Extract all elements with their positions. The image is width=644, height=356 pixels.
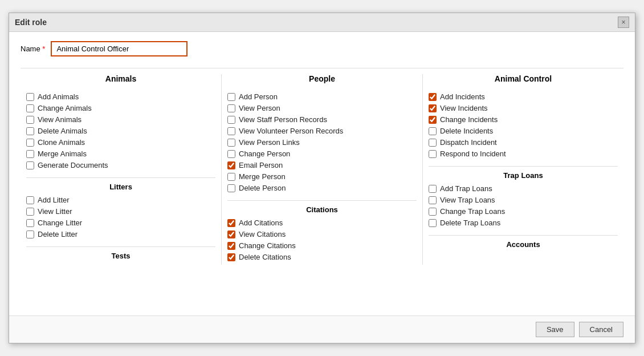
required-star: * bbox=[42, 44, 45, 53]
checkbox-label: View Incidents bbox=[440, 104, 488, 112]
checkbox-item: View Incidents bbox=[429, 104, 618, 112]
checkbox-animal-control-0-2[interactable] bbox=[429, 116, 437, 124]
checkbox-people-0-4[interactable] bbox=[227, 139, 235, 147]
checkbox-label: View Person Links bbox=[239, 138, 300, 147]
checkbox-animals-0-0[interactable] bbox=[26, 93, 34, 101]
checkbox-people-0-0[interactable] bbox=[227, 93, 235, 101]
checkbox-label: Clone Animals bbox=[38, 138, 85, 147]
checkbox-animals-1-2[interactable] bbox=[26, 219, 34, 227]
checkbox-item: Delete Person bbox=[227, 184, 417, 192]
column-animal-control: Animal ControlAdd IncidentsView Incident… bbox=[423, 74, 623, 265]
checkbox-item: Change Trap Loans bbox=[429, 207, 618, 216]
dialog-footer: Save Cancel bbox=[9, 315, 635, 343]
checkbox-item: View Staff Person Records bbox=[227, 115, 417, 124]
checkbox-item: View Litter bbox=[26, 207, 215, 216]
checkbox-animals-0-6[interactable] bbox=[26, 161, 34, 169]
checkbox-label: View Animals bbox=[38, 115, 81, 124]
checkbox-item: Add Incidents bbox=[429, 92, 618, 101]
checkbox-label: Add Litter bbox=[38, 196, 70, 204]
checkbox-item: Generate Documents bbox=[26, 161, 215, 169]
checkbox-item: Add Person bbox=[227, 92, 417, 101]
checkbox-animal-control-0-0[interactable] bbox=[429, 93, 437, 101]
checkbox-people-1-1[interactable] bbox=[227, 230, 235, 238]
checkbox-item: Delete Trap Loans bbox=[429, 219, 618, 227]
checkbox-label: Change Incidents bbox=[440, 115, 498, 124]
checkbox-animal-control-0-5[interactable] bbox=[429, 150, 437, 158]
checkbox-animal-control-0-1[interactable] bbox=[429, 104, 437, 112]
section-header-people-1: Citations bbox=[227, 200, 417, 214]
checkbox-people-0-8[interactable] bbox=[227, 184, 235, 192]
checkbox-item: Delete Animals bbox=[26, 127, 215, 135]
checkbox-people-0-5[interactable] bbox=[227, 150, 235, 158]
checkbox-label: Change Citations bbox=[239, 241, 296, 250]
edit-role-dialog: Edit role × Name * AnimalsAdd AnimalsCha… bbox=[9, 13, 635, 343]
checkbox-people-1-2[interactable] bbox=[227, 242, 235, 250]
checkbox-people-0-2[interactable] bbox=[227, 116, 235, 124]
checkbox-animals-0-2[interactable] bbox=[26, 116, 34, 124]
checkbox-animals-1-3[interactable] bbox=[26, 230, 34, 238]
checkbox-item: View Citations bbox=[227, 230, 417, 238]
checkbox-label: Change Person bbox=[239, 149, 290, 158]
checkbox-label: Dispatch Incident bbox=[440, 138, 497, 147]
checkbox-animals-0-1[interactable] bbox=[26, 104, 34, 112]
cancel-button[interactable]: Cancel bbox=[579, 322, 623, 337]
checkbox-item: Delete Citations bbox=[227, 253, 417, 261]
checkbox-label: Generate Documents bbox=[38, 161, 108, 169]
checkbox-item: Clone Animals bbox=[26, 138, 215, 147]
checkbox-item: View Person bbox=[227, 104, 417, 112]
checkbox-animal-control-1-2[interactable] bbox=[429, 208, 437, 216]
column-header-people: People bbox=[227, 74, 417, 86]
checkbox-animal-control-1-0[interactable] bbox=[429, 185, 437, 193]
checkbox-animals-0-5[interactable] bbox=[26, 150, 34, 158]
checkbox-animal-control-0-4[interactable] bbox=[429, 139, 437, 147]
checkbox-animals-0-4[interactable] bbox=[26, 139, 34, 147]
checkbox-label: Change Litter bbox=[38, 219, 82, 227]
checkbox-animal-control-1-3[interactable] bbox=[429, 219, 437, 227]
checkbox-item: Add Litter bbox=[26, 196, 215, 204]
checkbox-animals-1-0[interactable] bbox=[26, 196, 34, 204]
checkbox-people-0-1[interactable] bbox=[227, 104, 235, 112]
checkbox-label: Add Citations bbox=[239, 219, 283, 227]
checkbox-label: Merge Animals bbox=[38, 149, 87, 158]
checkbox-animals-0-3[interactable] bbox=[26, 127, 34, 135]
checkbox-label: Delete Person bbox=[239, 184, 286, 192]
checkbox-animals-1-1[interactable] bbox=[26, 208, 34, 216]
column-people: PeopleAdd PersonView PersonView Staff Pe… bbox=[222, 74, 423, 265]
section-header-animals-1: Litters bbox=[26, 177, 215, 191]
checkbox-label: Delete Incidents bbox=[440, 127, 493, 135]
columns-row: AnimalsAdd AnimalsChange AnimalsView Ani… bbox=[21, 68, 623, 265]
dialog-title-bar: Edit role × bbox=[9, 13, 635, 32]
name-label: Name * bbox=[21, 44, 45, 53]
checkbox-label: View Volunteer Person Records bbox=[239, 127, 343, 135]
checkbox-item: View Trap Loans bbox=[429, 196, 618, 204]
column-animals: AnimalsAdd AnimalsChange AnimalsView Ani… bbox=[21, 74, 222, 265]
checkbox-people-0-6[interactable] bbox=[227, 161, 235, 169]
section-header-animals-2: Tests bbox=[26, 246, 215, 260]
checkbox-label: Add Person bbox=[239, 92, 278, 101]
save-button[interactable]: Save bbox=[536, 322, 574, 337]
checkbox-people-0-7[interactable] bbox=[227, 173, 235, 181]
checkbox-animal-control-0-3[interactable] bbox=[429, 127, 437, 135]
checkbox-label: View Citations bbox=[239, 230, 286, 238]
checkbox-item: Email Person bbox=[227, 161, 417, 169]
checkbox-label: Delete Animals bbox=[38, 127, 87, 135]
checkbox-item: Add Trap Loans bbox=[429, 184, 618, 193]
checkbox-item: Change Incidents bbox=[429, 115, 618, 124]
checkbox-label: View Person bbox=[239, 104, 280, 112]
checkbox-people-0-3[interactable] bbox=[227, 127, 235, 135]
checkbox-item: View Person Links bbox=[227, 138, 417, 147]
checkbox-item: Delete Litter bbox=[26, 230, 215, 238]
close-button[interactable]: × bbox=[618, 17, 629, 28]
dialog-title: Edit role bbox=[15, 18, 47, 27]
checkbox-item: Merge Person bbox=[227, 172, 417, 181]
checkbox-item: Change Person bbox=[227, 149, 417, 158]
checkbox-item: Change Animals bbox=[26, 104, 215, 112]
checkbox-label: View Staff Person Records bbox=[239, 115, 327, 124]
checkbox-label: Delete Litter bbox=[38, 230, 78, 238]
checkbox-animal-control-1-1[interactable] bbox=[429, 196, 437, 204]
checkbox-people-1-3[interactable] bbox=[227, 253, 235, 261]
name-input[interactable] bbox=[51, 41, 188, 56]
checkbox-people-1-0[interactable] bbox=[227, 219, 235, 227]
checkbox-label: View Litter bbox=[38, 207, 72, 216]
checkbox-label: Respond to Incident bbox=[440, 149, 506, 158]
